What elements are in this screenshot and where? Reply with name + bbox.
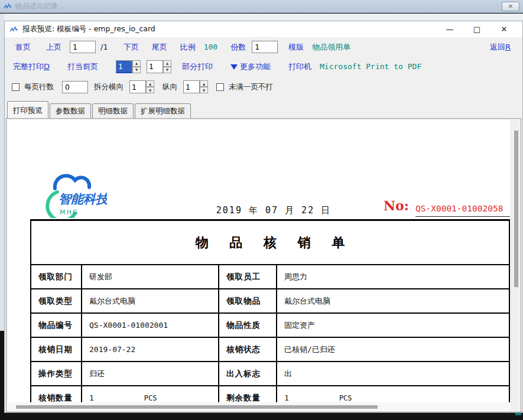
range-from-spinner[interactable]: ▲▼ xyxy=(116,60,141,73)
row-value: 1 xyxy=(89,393,94,402)
row-value: 已核销/已归还 xyxy=(284,345,335,354)
row-unit: PCS xyxy=(144,394,157,402)
outer-window-left-dark-edge xyxy=(0,331,4,420)
row-value: 研发部 xyxy=(89,272,112,281)
row-value: 戴尔台式电脑 xyxy=(89,297,135,305)
logo-subtext: MHG xyxy=(60,209,79,216)
row-value: QS-X0001-01002001 xyxy=(89,321,168,330)
back-button[interactable]: 返回R xyxy=(490,42,511,53)
document-no-label: No: xyxy=(384,198,409,213)
tab-extended-detail-data[interactable]: 扩展明细数据 xyxy=(135,103,191,118)
table-row: 操作类型 归还 出入标志 出 xyxy=(31,362,509,386)
split-vertical-input[interactable] xyxy=(183,80,200,93)
document-page: 智能科技 MHG 2019 年 07 月 22 日 No: QS-X0001-0… xyxy=(8,120,511,403)
document-title: 物 品 核 销 单 xyxy=(187,234,353,252)
spin-down-icon[interactable]: ▼ xyxy=(132,67,141,73)
document-no-value: QS-X0001-01002058 xyxy=(415,204,510,217)
vertical-scrollbar[interactable] xyxy=(511,119,521,403)
range-from-input[interactable] xyxy=(116,60,132,73)
row-label: 物品编号 xyxy=(31,313,82,337)
options-toolbar: 每页行数 拆分横向 ▲▼ 纵向 ▲▼ 未满一页不打 xyxy=(5,76,522,97)
row-value: 出 xyxy=(284,369,292,378)
tab-bar: 打印预览 参数数据 明细数据 扩展明细数据 xyxy=(7,99,192,118)
row-label: 领取类型 xyxy=(31,289,82,313)
row-label: 领取员工 xyxy=(219,265,277,289)
app-icon xyxy=(4,3,12,10)
split-horizontal-spinner[interactable]: ▲▼ xyxy=(129,80,154,93)
partial-print-button[interactable]: 部分打印 xyxy=(182,61,213,72)
row-label: 物品性质 xyxy=(219,313,277,337)
row-value: 1 xyxy=(284,393,289,402)
table-row: 领取类型 戴尔台式电脑 领取物品 戴尔台式电脑 xyxy=(31,289,509,313)
dialog-title: 报表预览: 模板编号 - emp_res_io_card xyxy=(22,24,155,34)
print-toolbar: 完整打印D 打当前页 ▲▼ ▲▼ 部分打印 更多功能 打印机 Microsoft… xyxy=(5,57,522,76)
row-label: 核销日期 xyxy=(31,337,82,362)
tab-detail-data[interactable]: 明细数据 xyxy=(92,103,134,118)
spin-up-icon[interactable]: ▲ xyxy=(146,80,154,87)
row-value: 固定资产 xyxy=(284,321,315,330)
more-functions-button[interactable]: 更多功能 xyxy=(230,61,271,72)
dialog-titlebar: 报表预览: 模板编号 - emp_res_io_card — □ ✕ xyxy=(5,21,522,37)
writeoff-table: 领取部门 研发部 领取员工 周思力 领取类型 戴尔台式电脑 领取物品 戴尔台式电… xyxy=(30,264,510,403)
row-label: 核销状态 xyxy=(219,337,277,362)
close-button[interactable]: ✕ xyxy=(490,22,518,37)
minimize-button[interactable]: — xyxy=(436,22,463,37)
split-horizontal-input[interactable] xyxy=(129,80,146,93)
spin-up-icon[interactable]: ▲ xyxy=(132,60,141,67)
spin-down-icon[interactable]: ▼ xyxy=(200,87,208,93)
copies-input[interactable] xyxy=(252,41,278,53)
outer-window-bottom-edge xyxy=(0,413,523,420)
table-row: 领取部门 研发部 领取员工 周思力 xyxy=(31,265,509,289)
nav-toolbar: 首页 上页 /1 下页 尾页 比例 100 份数 模版 物品领用单 返回R xyxy=(5,37,522,57)
tab-print-preview[interactable]: 打印预览 xyxy=(7,101,48,118)
copies-label: 份数 xyxy=(230,42,246,53)
row-value: 戴尔台式电脑 xyxy=(284,297,330,305)
row-value: 归还 xyxy=(89,369,105,378)
print-current-page-button[interactable]: 打当前页 xyxy=(67,61,98,72)
split-horizontal-label: 拆分横向 xyxy=(94,82,124,92)
printer-label: 打印机 xyxy=(288,61,311,72)
spin-up-icon[interactable]: ▲ xyxy=(200,80,208,87)
rows-per-page-input[interactable] xyxy=(62,81,88,93)
last-page-button[interactable]: 尾页 xyxy=(152,42,167,53)
row-label: 出入标志 xyxy=(219,362,277,386)
printer-name: Microsoft Print to PDF xyxy=(320,62,421,71)
outer-window-titlebar: 物品进出记录 ✕ xyxy=(0,0,523,13)
range-to-input[interactable] xyxy=(147,60,163,73)
outer-close-button[interactable]: ✕ xyxy=(502,2,519,11)
outer-window-edge xyxy=(0,14,523,21)
logo-text: 智能科技 xyxy=(59,192,107,206)
horizontal-scrollbar-thumb[interactable] xyxy=(16,405,378,409)
split-vertical-label: 纵向 xyxy=(163,82,177,92)
vertical-scrollbar-thumb[interactable] xyxy=(514,131,518,287)
page-number-input[interactable] xyxy=(70,41,96,53)
split-vertical-spinner[interactable]: ▲▼ xyxy=(183,80,208,93)
skip-incomplete-page-checkbox[interactable] xyxy=(216,83,224,91)
row-label: 核销数量 xyxy=(31,386,82,403)
row-value: 2019-07-22 xyxy=(89,345,135,354)
spin-down-icon[interactable]: ▼ xyxy=(163,67,171,73)
rows-per-page-checkbox[interactable] xyxy=(12,83,20,91)
skip-incomplete-page-label: 未满一页不打 xyxy=(229,82,273,92)
next-page-button[interactable]: 下页 xyxy=(124,42,139,53)
rows-per-page-label: 每页行数 xyxy=(24,82,54,92)
spin-down-icon[interactable]: ▼ xyxy=(146,87,154,93)
horizontal-scrollbar[interactable] xyxy=(7,402,511,412)
template-button[interactable]: 模版 xyxy=(288,42,304,53)
row-unit: PCS xyxy=(339,394,352,402)
first-page-button[interactable]: 首页 xyxy=(15,42,31,53)
page-total-label: /1 xyxy=(100,43,108,51)
table-row: 物品编号 QS-X0001-01002001 物品性质 固定资产 xyxy=(31,313,509,337)
prev-page-button[interactable]: 上页 xyxy=(46,42,61,53)
table-row: 核销数量 1PCS 剩余数量 1PCS xyxy=(31,386,509,403)
tab-parameter-data[interactable]: 参数数据 xyxy=(50,103,91,118)
full-print-button[interactable]: 完整打印D xyxy=(13,61,50,72)
company-logo: 智能科技 MHG xyxy=(42,166,107,220)
maximize-button[interactable]: □ xyxy=(463,22,490,37)
template-name: 物品领用单 xyxy=(312,42,350,53)
document-date: 2019 年 07 月 22 日 xyxy=(185,205,362,216)
range-to-spinner[interactable]: ▲▼ xyxy=(147,60,171,73)
report-icon xyxy=(9,26,18,33)
spin-up-icon[interactable]: ▲ xyxy=(163,60,171,67)
row-label: 操作类型 xyxy=(31,362,82,386)
